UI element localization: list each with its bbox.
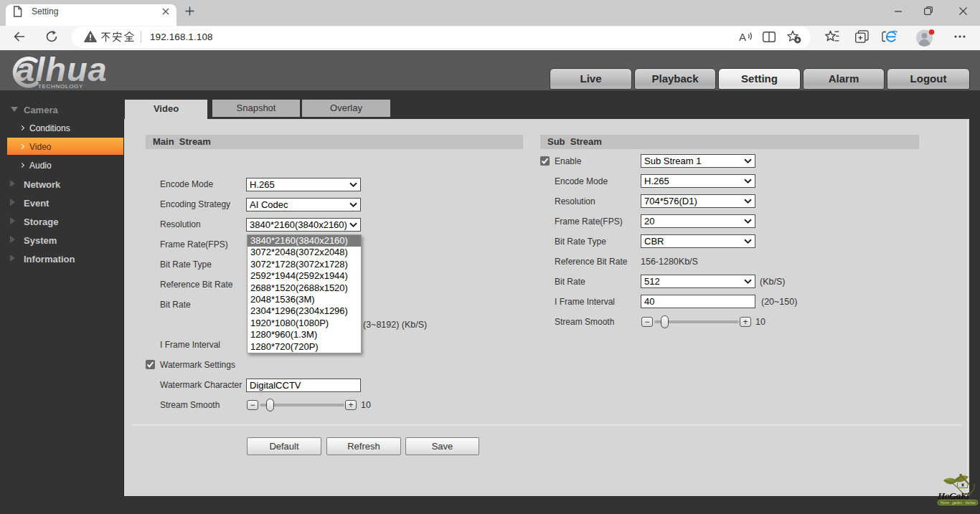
svg-text:TECHNOLOGY: TECHNOLOGY bbox=[38, 83, 83, 90]
svg-text:HoGaKi: HoGaKi bbox=[937, 490, 969, 501]
svg-text:A: A bbox=[739, 31, 746, 43]
svg-text:Home - garden - kitchen: Home - garden - kitchen bbox=[941, 501, 976, 505]
